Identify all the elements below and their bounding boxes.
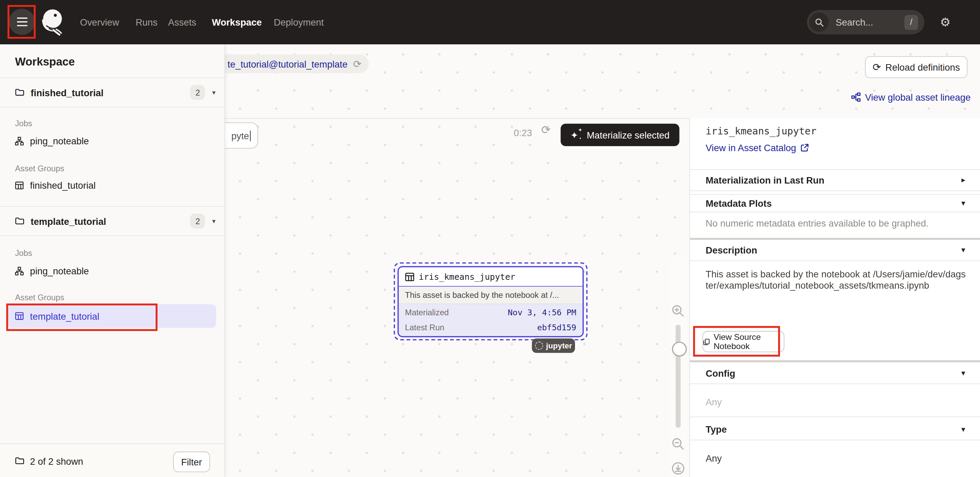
- caret-down-icon: ▾: [962, 369, 965, 377]
- reload-definitions-button[interactable]: ⟳ Reload definitions: [865, 56, 967, 78]
- materialize-selected-label: Materialize selected: [587, 130, 670, 140]
- settings-gear-icon[interactable]: ⚙: [940, 0, 951, 44]
- section-description[interactable]: Description ▾: [690, 240, 980, 260]
- download-view-icon[interactable]: [671, 462, 685, 475]
- filter-button[interactable]: Filter: [173, 452, 210, 472]
- job-item-label: ping_noteable: [30, 265, 89, 276]
- compute-kind-label: jupyter: [546, 341, 572, 350]
- materialized-value[interactable]: Nov 3, 4:56 PM: [508, 307, 576, 317]
- section-config[interactable]: Config ▾: [690, 362, 980, 384]
- repo-row-finished-tutorial[interactable]: finished_tutorial 2 ▾: [0, 78, 224, 108]
- nav-item-workspace[interactable]: Workspace: [212, 0, 262, 44]
- repo-count-badge: 2: [190, 85, 205, 100]
- search-icon: [815, 18, 824, 27]
- view-in-asset-catalog-link[interactable]: View in Asset Catalog: [705, 142, 808, 153]
- view-source-notebook-button[interactable]: View Source Notebook: [702, 331, 784, 352]
- asset-group-item-finished-tutorial[interactable]: finished_tutorial: [15, 180, 95, 190]
- query-timer: 0:23: [514, 127, 532, 138]
- jobs-section-label: Jobs: [15, 119, 32, 128]
- divider: [690, 440, 980, 441]
- view-global-asset-lineage-label: View global asset lineage: [865, 92, 970, 102]
- top-navigation-bar: Overview Runs Assets Workspace Deploymen…: [0, 0, 980, 44]
- reload-icon: ⟳: [872, 61, 881, 73]
- metadata-empty-message: No numeric metadata entries available to…: [705, 218, 928, 228]
- divider: [690, 384, 980, 384]
- config-section-label: Config: [705, 368, 735, 378]
- repo-location-label: te_tutorial@tutorial_template: [228, 59, 347, 69]
- zoom-out-icon[interactable]: [671, 437, 685, 451]
- refresh-graph-icon[interactable]: ⟳: [541, 123, 551, 137]
- repo-reload-icon[interactable]: ⟳: [353, 58, 362, 70]
- asset-node-iris-kmeans-jupyter[interactable]: iris_kmeans_jupyter This asset is backed…: [398, 266, 584, 338]
- latest-run-value[interactable]: ebf5d159: [537, 322, 576, 332]
- repo-row-template-tutorial[interactable]: template_tutorial 2 ▾: [0, 206, 224, 236]
- asset-groups-section-label: Asset Groups: [15, 293, 64, 302]
- nav-item-overview[interactable]: Overview: [80, 0, 119, 44]
- materialized-row: Materialized Nov 3, 4:56 PM: [405, 305, 576, 320]
- materialize-selected-button[interactable]: ✦ ✦ • Materialize selected: [561, 124, 679, 146]
- asset-node-stats: Materialized Nov 3, 4:56 PM Latest Run e…: [399, 304, 582, 336]
- nav-item-deployment[interactable]: Deployment: [274, 0, 324, 44]
- caret-down-icon: ▾: [962, 246, 965, 254]
- zoom-slider-handle[interactable]: [672, 342, 687, 357]
- folder-icon: [15, 88, 24, 97]
- description-intro: This asset is backed by the notebook at: [705, 268, 870, 279]
- repo-count-badge: 2: [190, 214, 205, 228]
- jobs-section-label: Jobs: [15, 249, 32, 258]
- reload-definitions-label: Reload definitions: [885, 62, 960, 72]
- job-item-ping-noteable[interactable]: ping_noteable: [15, 265, 89, 276]
- repo-name: template_tutorial: [31, 216, 106, 226]
- compute-kind-tag-jupyter[interactable]: jupyter: [532, 339, 575, 353]
- caret-down-icon[interactable]: ▾: [212, 217, 215, 225]
- caret-right-icon: ▸: [962, 176, 965, 184]
- zoom-in-icon[interactable]: [671, 304, 685, 318]
- asset-node-description: This asset is backed by the notebook at …: [399, 287, 582, 303]
- divider: [690, 190, 980, 191]
- job-item-ping-noteable[interactable]: ping_noteable: [15, 135, 89, 146]
- nav-item-assets[interactable]: Assets: [168, 0, 196, 44]
- metadata-plots-label: Metadata Plots: [705, 198, 772, 208]
- view-global-asset-lineage-link[interactable]: View global asset lineage: [851, 92, 971, 102]
- workspace-drawer-title: Workspace: [15, 55, 75, 68]
- shown-count-text: 2 of 2 shown: [30, 456, 83, 466]
- panel-asset-title: iris_kmeans_jupyter: [705, 125, 816, 137]
- latest-run-label: Latest Run: [405, 322, 444, 332]
- description-text: This asset is backed by the notebook at …: [705, 268, 967, 290]
- caret-down-icon: ▾: [962, 199, 965, 207]
- jupyter-logo-icon: [535, 342, 543, 350]
- job-icon: [15, 266, 24, 275]
- zoom-slider-track[interactable]: [676, 325, 681, 428]
- asset-group-item-template-tutorial-selected[interactable]: template_tutorial: [8, 304, 216, 328]
- menu-hamburger-button[interactable]: [9, 9, 35, 35]
- dagster-logo[interactable]: [38, 6, 66, 38]
- text-cursor: [250, 130, 251, 141]
- job-item-label: ping_noteable: [30, 135, 89, 146]
- repo-name: finished_tutorial: [31, 87, 104, 98]
- global-search-input[interactable]: Search... /: [807, 10, 924, 34]
- external-link-icon: [800, 144, 808, 152]
- latest-run-row: Latest Run ebf5d159: [405, 320, 576, 335]
- section-type[interactable]: Type ▾: [690, 418, 980, 439]
- workspace-drawer: Workspace finished_tutorial 2 ▾ Jobs pin…: [0, 44, 225, 477]
- search-icon-circle: [809, 13, 829, 32]
- hamburger-bar: [17, 21, 27, 23]
- section-metadata-plots[interactable]: Metadata Plots ▾: [690, 194, 980, 212]
- hamburger-bar: [17, 17, 27, 19]
- section-materialization-in-last-run[interactable]: Materialization in Last Run ▸: [690, 169, 980, 190]
- description-section-label: Description: [705, 245, 757, 255]
- folder-icon: [15, 456, 24, 465]
- caret-down-icon[interactable]: ▾: [212, 89, 215, 97]
- type-value: Any: [705, 453, 722, 463]
- divider: [690, 417, 980, 417]
- view-in-asset-catalog-label: View in Asset Catalog: [705, 142, 796, 153]
- search-placeholder: Search...: [835, 17, 873, 27]
- asset-sidebar-panel: iris_kmeans_jupyter View in Asset Catalo…: [689, 118, 980, 477]
- lineage-icon: [851, 92, 861, 102]
- folder-icon: [15, 217, 24, 225]
- divider: [690, 212, 980, 212]
- materialization-section-label: Materialization in Last Run: [705, 175, 824, 185]
- hamburger-bar: [17, 25, 27, 27]
- divider: [690, 260, 980, 261]
- nav-item-runs[interactable]: Runs: [135, 0, 158, 44]
- asset-groups-section-label: Asset Groups: [15, 164, 64, 173]
